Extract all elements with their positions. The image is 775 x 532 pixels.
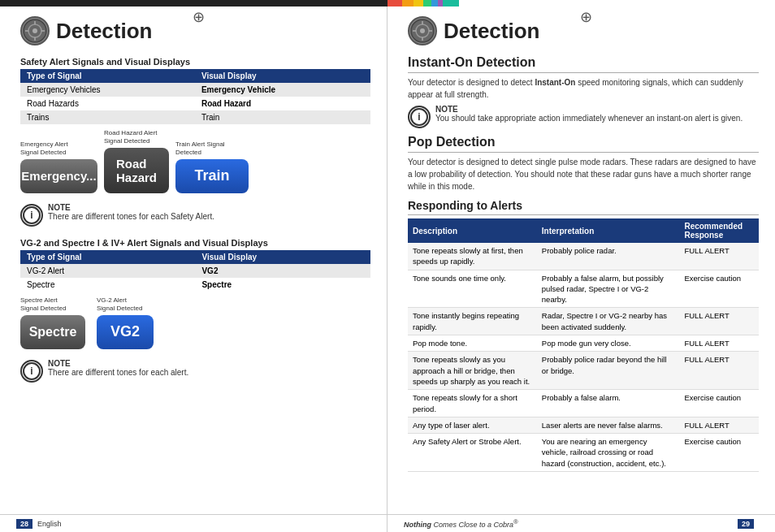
table-row: Tone repeats slowly for a short period.P… [408, 390, 759, 417]
train-button: Train [175, 159, 249, 193]
respond-cell-interp: Probably police radar. [537, 243, 680, 270]
col-display: Visual Display [195, 69, 370, 83]
note2-text: NOTE There are different tones for each … [48, 359, 188, 377]
table-row: Any type of laser alert.Laser alerts are… [408, 417, 759, 433]
vg2-col: VG-2 AlertSignal Detected VG2 [97, 296, 154, 349]
respond-cell-desc: Tone instantly begins repeating rapidly. [408, 308, 537, 335]
note1-icon: i [20, 204, 43, 227]
row-display: Road Hazard [195, 97, 370, 110]
safety-section: Safety Alert Signals and Visual Displays… [20, 57, 370, 193]
note1-label: NOTE [48, 203, 214, 212]
emergency-button: Emergency... [20, 159, 97, 193]
train-col: Train Alert SignalDetected Train [175, 141, 249, 193]
color-bar [0, 0, 775, 6]
instant-on-note: i NOTE You should take appropriate actio… [408, 105, 759, 128]
respond-cell-interp: Probably a false alarm, but possibly pul… [537, 270, 680, 308]
row-display: Train [195, 110, 370, 124]
respond-header-row: Description Interpretation Recommended R… [408, 218, 759, 243]
note1-body: There are different tones for each Safet… [48, 212, 214, 221]
respond-cell-resp: FULL ALERT [679, 417, 759, 433]
road-col: Road Hazard AlertSignal Detected RoadHaz… [104, 129, 169, 193]
note1-text: NOTE There are different tones for each … [48, 203, 214, 221]
respond-cell-desc: Tone repeats slowly at first, then speed… [408, 243, 537, 270]
vg2-button: VG2 [97, 315, 154, 349]
respond-cell-resp: FULL ALERT [679, 243, 759, 270]
table-row: Spectre Spectre [20, 278, 370, 292]
crosshair-top-right: ⊕ [580, 8, 592, 26]
page-num-right: 29 [738, 519, 754, 529]
svg-text:i: i [30, 210, 32, 221]
color-seg-green [423, 0, 431, 6]
svg-text:i: i [30, 365, 32, 377]
color-seg-red [388, 0, 402, 6]
vg2-col-type: Type of Signal [20, 250, 195, 264]
note1-box: i NOTE There are different tones for eac… [20, 203, 370, 227]
footer-tagline: Nothing Comes Close to a Cobra® [404, 518, 518, 529]
vg2-col-display: Visual Display [195, 250, 370, 264]
detection-title-left: Detection [56, 19, 152, 44]
safety-display-area: Emergency AlertSignal Detected Emergency… [20, 129, 370, 193]
table-header-row: Type of Signal Visual Display [20, 69, 370, 83]
instant-on-note-icon: i [408, 106, 431, 128]
respond-cell-interp: Pop mode gun very close. [537, 335, 680, 352]
instant-on-note-text: NOTE You should take appropriate action … [435, 105, 743, 123]
footer: 28 English Nothing Comes Close to a Cobr… [0, 514, 775, 532]
table-row: Trains Train [20, 110, 370, 124]
respond-cell-interp: Probably a false alarm. [537, 390, 680, 417]
instant-on-note-label: NOTE [435, 105, 743, 114]
color-segments [388, 0, 459, 6]
row-type: Emergency Vehicles [20, 83, 195, 97]
safety-heading: Safety Alert Signals and Visual Displays [20, 57, 370, 67]
color-bar-left [0, 0, 388, 6]
table-row: Road Hazards Road Hazard [20, 97, 370, 110]
instant-on-section: Instant-On Detection Your detector is de… [408, 55, 759, 128]
svg-point-2 [32, 28, 37, 33]
respond-cell-resp: Exercise caution [679, 390, 759, 417]
main-content: Detection Safety Alert Signals and Visua… [0, 6, 775, 514]
crosshair-top-left: ⊕ [193, 8, 205, 26]
note2-icon: i [20, 360, 43, 383]
table-row: Tone instantly begins repeating rapidly.… [408, 308, 759, 335]
emergency-label: Emergency AlertSignal Detected [20, 141, 68, 158]
color-seg-yellow [413, 0, 423, 6]
respond-cell-resp: Exercise caution [679, 434, 759, 472]
respond-cell-resp: FULL ALERT [679, 352, 759, 390]
color-seg-orange [402, 0, 413, 6]
row-display: Emergency Vehicle [195, 83, 370, 97]
respond-cell-desc: Any type of laser alert. [408, 417, 537, 433]
table-row: VG-2 Alert VG2 [20, 264, 370, 278]
table-row: Pop mode tone.Pop mode gun very close.FU… [408, 335, 759, 352]
road-button: RoadHazard [104, 148, 169, 193]
respond-cell-resp: FULL ALERT [679, 335, 759, 352]
detector-icon-right [408, 16, 437, 45]
svg-text:i: i [418, 111, 420, 123]
spectre-button: Spectre [20, 315, 85, 349]
row-display: VG2 [195, 264, 370, 278]
table-row: Any Safety Alert or Strobe Alert.You are… [408, 434, 759, 472]
respond-cell-resp: FULL ALERT [679, 308, 759, 335]
note2-box: i NOTE There are different tones for eac… [20, 359, 370, 383]
color-bar-right [388, 0, 775, 6]
footer-left: 28 English [0, 515, 388, 532]
note2-body: There are different tones for each alert… [48, 368, 188, 377]
respond-cell-desc: Tone repeats slowly as you approach a hi… [408, 352, 537, 390]
responding-title: Responding to Alerts [408, 199, 759, 215]
instant-on-body: Your detector is designed to detect Inst… [408, 76, 759, 101]
respond-cell-interp: You are nearing an emergency vehicle, ra… [537, 434, 680, 472]
vg2-display-area: Spectre AlertSignal Detected Spectre VG-… [20, 296, 370, 349]
vg2-section: VG-2 and Spectre I & IV+ Alert Signals a… [20, 238, 370, 349]
vg2-label: VG-2 AlertSignal Detected [97, 296, 142, 314]
spectre-col: Spectre AlertSignal Detected Spectre [20, 296, 85, 349]
page-num-left: 28 [16, 519, 32, 529]
respond-cell-interp: Probably police radar beyond the hill or… [537, 352, 680, 390]
color-seg-teal [443, 0, 459, 6]
row-type: Spectre [20, 278, 195, 292]
respond-table: Description Interpretation Recommended R… [408, 218, 759, 472]
note2-label: NOTE [48, 359, 188, 368]
col-resp: Recommended Response [679, 218, 759, 243]
col-type: Type of Signal [20, 69, 195, 83]
pop-detection-body: Your detector is designed to detect sing… [408, 156, 759, 192]
svg-point-9 [420, 28, 425, 33]
respond-cell-desc: Any Safety Alert or Strobe Alert. [408, 434, 537, 472]
vg2-heading: VG-2 and Spectre I & IV+ Alert Signals a… [20, 238, 370, 248]
